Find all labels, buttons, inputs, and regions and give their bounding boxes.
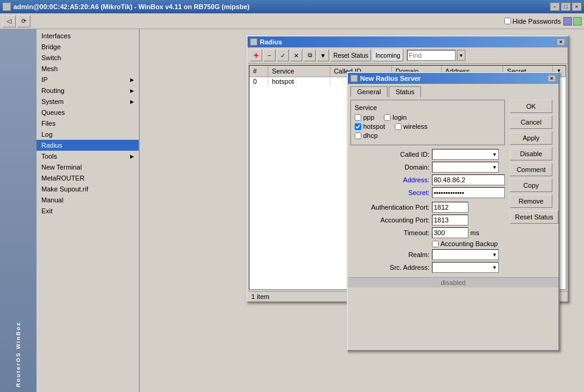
sidebar-item-log[interactable]: Log bbox=[36, 129, 139, 140]
maximize-button[interactable]: □ bbox=[561, 2, 571, 11]
sidebar-item-queues[interactable]: Queues bbox=[36, 107, 139, 118]
sidebar-item-system[interactable]: System ▶ bbox=[36, 96, 139, 107]
reset-status-button[interactable]: Reset Status bbox=[510, 210, 558, 224]
hotspot-checkbox[interactable] bbox=[355, 123, 361, 130]
forward-button[interactable]: ⟳ bbox=[17, 15, 30, 27]
sidebar-item-metarouter[interactable]: MetaROUTER bbox=[36, 173, 139, 184]
domain-arrow-icon: ▼ bbox=[492, 165, 497, 170]
window-title: admin@00:0C:42:A5:20:A6 (MikroTik) - Win… bbox=[13, 3, 249, 10]
address-label: Address: bbox=[350, 176, 429, 184]
acct-port-row: Accounting Port: bbox=[350, 215, 505, 225]
radius-titlebar[interactable]: Radius × bbox=[248, 36, 568, 47]
auth-port-label: Authentication Port: bbox=[350, 204, 429, 211]
hide-passwords-checkbox[interactable] bbox=[504, 18, 511, 24]
accounting-backup-checkbox[interactable] bbox=[432, 241, 439, 247]
sidebar-item-switch[interactable]: Switch bbox=[36, 52, 139, 63]
called-id-dropdown[interactable]: ▼ bbox=[432, 149, 499, 160]
back-button[interactable]: ◁ bbox=[2, 15, 16, 27]
sidebar-item-radius[interactable]: Radius bbox=[36, 140, 139, 151]
app-icon bbox=[2, 2, 11, 11]
service-row-3: dhcp bbox=[355, 132, 501, 139]
timeout-label: Timeout: bbox=[350, 229, 429, 236]
radius-reset-status-button[interactable]: Reset Status bbox=[330, 49, 371, 61]
new-radius-window: New Radius Server × General Status Servi… bbox=[347, 72, 560, 351]
sidebar-item-files[interactable]: Files bbox=[36, 118, 139, 129]
radius-find-input[interactable] bbox=[407, 50, 456, 61]
sidebar-item-ip[interactable]: IP ▶ bbox=[36, 74, 139, 85]
radius-incoming-button[interactable]: Incoming bbox=[372, 49, 403, 61]
new-radius-close-button[interactable]: × bbox=[548, 75, 556, 82]
login-checkbox-label[interactable]: login bbox=[384, 114, 406, 121]
timeout-input[interactable] bbox=[432, 227, 468, 238]
secret-label: Secret: bbox=[350, 189, 429, 196]
auth-port-row: Authentication Port: bbox=[350, 202, 505, 213]
timeout-ms-suffix: ms bbox=[470, 229, 479, 236]
ppp-checkbox-label[interactable]: ppp bbox=[355, 114, 374, 121]
sidebar-item-exit[interactable]: Exit bbox=[36, 205, 139, 216]
new-radius-titlebar[interactable]: New Radius Server × bbox=[348, 73, 558, 84]
acct-port-label: Accounting Port: bbox=[350, 216, 429, 224]
remove-button[interactable]: Remove bbox=[510, 194, 552, 208]
secret-input[interactable] bbox=[432, 187, 505, 198]
radius-remove-button[interactable]: − bbox=[263, 49, 276, 61]
apply-button[interactable]: Apply bbox=[510, 131, 552, 145]
timeout-row: Timeout: ms bbox=[350, 227, 505, 238]
ok-button[interactable]: OK bbox=[510, 100, 552, 113]
called-id-row: Called ID: ▼ bbox=[350, 149, 505, 160]
radius-copy-button[interactable]: ⧉ bbox=[304, 49, 316, 61]
domain-row: Domain: ▼ bbox=[350, 162, 505, 173]
ppp-checkbox[interactable] bbox=[355, 114, 361, 121]
src-address-label: Src. Address: bbox=[350, 264, 429, 271]
sidebar-item-make-supout[interactable]: Make Supout.rif bbox=[36, 184, 139, 194]
src-address-dropdown[interactable]: ▼ bbox=[432, 262, 499, 273]
system-arrow-icon: ▶ bbox=[130, 99, 134, 105]
sidebar-item-new-terminal[interactable]: New Terminal bbox=[36, 162, 139, 173]
radius-toolbar: + − ✓ ✕ ⧉ ▼ Reset Status Incoming ▼ bbox=[248, 47, 568, 64]
disable-button[interactable]: Disable bbox=[510, 147, 552, 160]
radius-cross-button[interactable]: ✕ bbox=[290, 49, 302, 61]
sidebar-item-tools[interactable]: Tools ▶ bbox=[36, 151, 139, 162]
lock-icon bbox=[563, 17, 572, 26]
realm-label: Realm: bbox=[350, 251, 429, 258]
radius-filter-button[interactable]: ▼ bbox=[317, 49, 329, 61]
wireless-checkbox[interactable] bbox=[395, 123, 401, 130]
content-area: Radius × + − ✓ ✕ ⧉ ▼ Reset Status Incomi… bbox=[140, 29, 584, 392]
address-input[interactable] bbox=[432, 174, 505, 185]
radius-check-button[interactable]: ✓ bbox=[277, 49, 289, 61]
realm-dropdown[interactable]: ▼ bbox=[432, 249, 499, 260]
row-service: hotspot bbox=[268, 77, 330, 86]
sidebar-item-bridge[interactable]: Bridge bbox=[36, 41, 139, 52]
find-dropdown-icon[interactable]: ▼ bbox=[457, 50, 465, 61]
tab-general[interactable]: General bbox=[350, 86, 388, 97]
sidebar-item-mesh[interactable]: Mesh bbox=[36, 63, 139, 74]
radius-close-button[interactable]: × bbox=[557, 38, 565, 46]
side-buttons: OK Cancel Apply Disable Comment Copy Rem… bbox=[507, 97, 561, 277]
dhcp-checkbox[interactable] bbox=[355, 132, 361, 139]
tab-status[interactable]: Status bbox=[389, 86, 421, 97]
acct-port-input[interactable] bbox=[432, 215, 468, 225]
hide-passwords-label[interactable]: Hide Passwords bbox=[504, 18, 561, 25]
radius-form: Service ppp login bbox=[348, 97, 507, 277]
login-checkbox[interactable] bbox=[384, 114, 391, 121]
sidebar-item-routing[interactable]: Routing ▶ bbox=[36, 85, 139, 96]
secret-row: Secret: bbox=[350, 187, 505, 198]
auth-port-input[interactable] bbox=[432, 202, 468, 213]
cancel-button[interactable]: Cancel bbox=[510, 115, 552, 129]
minimize-button[interactable]: − bbox=[550, 2, 560, 11]
close-button[interactable]: × bbox=[572, 2, 582, 11]
comment-button[interactable]: Comment bbox=[510, 163, 552, 176]
accounting-backup-label[interactable]: Accounting Backup bbox=[432, 240, 498, 247]
dhcp-checkbox-label[interactable]: dhcp bbox=[355, 132, 378, 139]
key-icon bbox=[573, 17, 582, 26]
domain-dropdown[interactable]: ▼ bbox=[432, 162, 499, 173]
sidebar-item-interfaces[interactable]: Interfaces bbox=[36, 30, 139, 41]
realm-row: Realm: ▼ bbox=[350, 249, 505, 260]
copy-button[interactable]: Copy bbox=[510, 179, 552, 192]
tools-arrow-icon: ▶ bbox=[130, 154, 134, 159]
radius-add-button[interactable]: + bbox=[250, 49, 262, 61]
wireless-checkbox-label[interactable]: wireless bbox=[395, 123, 428, 130]
sidebar-item-manual[interactable]: Manual bbox=[36, 194, 139, 205]
sidebar-label: RouterOS WinBox bbox=[15, 322, 21, 387]
service-group: Service ppp login bbox=[350, 100, 505, 145]
hotspot-checkbox-label[interactable]: hotspot bbox=[355, 123, 385, 130]
